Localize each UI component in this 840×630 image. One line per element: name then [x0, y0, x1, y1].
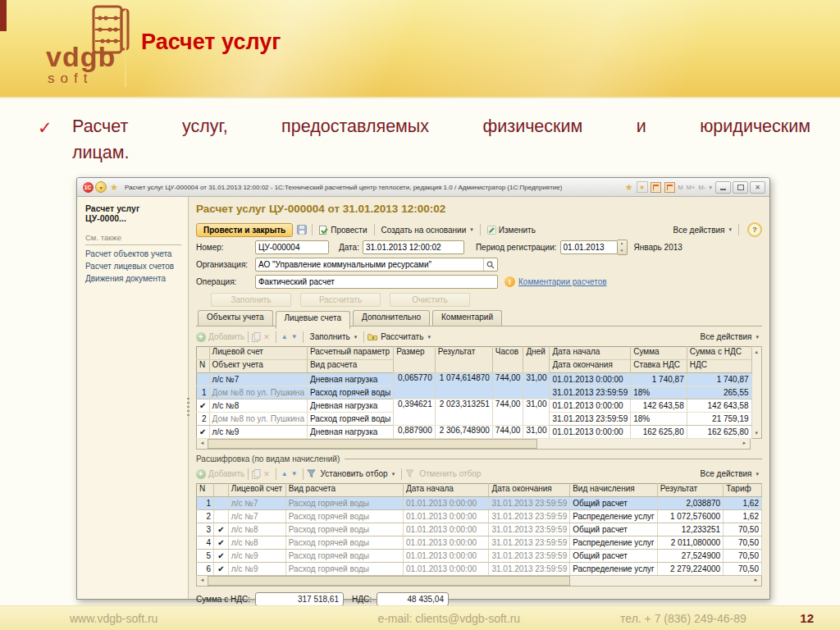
fill-button-disabled[interactable]: Заполнить — [211, 293, 291, 307]
set-filter-button[interactable]: Установить отбор▾ — [317, 468, 399, 480]
move-down-icon[interactable]: ▼ — [291, 333, 298, 340]
sidebar-link-accounts[interactable]: Расчет лицевых счетов — [85, 262, 181, 271]
cell[interactable]: л/с №8 — [228, 523, 285, 536]
cell[interactable]: 27,524900 — [657, 550, 723, 563]
minimize-button[interactable] — [715, 181, 731, 194]
cell[interactable]: л/с №7 — [228, 497, 285, 510]
cell[interactable]: 31.01.2013 23:59:59 — [489, 550, 570, 563]
cell[interactable]: 1 — [197, 497, 214, 510]
create-based-on-button[interactable]: Создать на основании▾ — [378, 224, 477, 236]
move-up-icon[interactable]: ▲ — [281, 333, 288, 340]
cell[interactable]: Расход горячей воды — [285, 563, 403, 576]
clear-button-disabled[interactable]: Очистить — [390, 293, 470, 307]
add-icon[interactable]: + — [196, 332, 206, 342]
cell[interactable]: л/с №9 — [228, 550, 285, 563]
cell[interactable]: 2 023,313251 — [435, 399, 492, 426]
cell[interactable]: 31.01.2013 23:59:59 — [550, 386, 631, 399]
cell[interactable]: 1 — [197, 386, 210, 399]
cell[interactable]: Общий расчет — [570, 523, 658, 536]
cell[interactable]: 31.01.2013 23:59:59 — [550, 413, 631, 426]
cell[interactable]: 2 279,224000 — [657, 563, 723, 576]
cell[interactable]: 01.01.2013 0:00:00 — [403, 497, 489, 510]
cell[interactable]: Общий расчет — [570, 550, 658, 563]
cell[interactable]: 2 306,748900 — [435, 426, 492, 439]
cell[interactable]: 01.01.2013 0:00:00 — [403, 510, 489, 523]
move-down-icon[interactable]: ▼ — [291, 470, 298, 477]
cell[interactable]: л/с №7 — [228, 510, 285, 523]
all-actions-button[interactable]: Все действия▾ — [670, 224, 735, 236]
cell[interactable]: л/с №7 — [209, 373, 307, 386]
cell[interactable]: 21 759,19 — [687, 413, 751, 426]
cell[interactable]: 1 740,87 — [631, 373, 687, 386]
cell[interactable]: 6 — [197, 563, 214, 576]
cell[interactable]: 31.01.2013 23:59:59 — [489, 536, 570, 550]
cell[interactable]: 18% — [631, 413, 687, 426]
post-and-close-button[interactable]: Провести и закрыть — [196, 223, 293, 237]
cell[interactable]: ✔ — [214, 523, 229, 536]
cell[interactable]: 31.01.2013 23:59:59 — [489, 497, 570, 510]
sidebar-link-movements[interactable]: Движения документа — [85, 274, 181, 283]
tab-2[interactable]: Дополнительно — [353, 310, 430, 326]
cell[interactable]: Расход горячей воды — [285, 523, 403, 536]
detail-add-button[interactable]: Добавить — [208, 469, 244, 478]
cell[interactable]: Дневная нагрузка — [307, 399, 393, 413]
cell[interactable]: 70,50 — [724, 563, 762, 576]
memory-mplus-button[interactable]: M+ — [687, 184, 696, 191]
cell[interactable]: 2 — [197, 413, 210, 426]
cell[interactable]: л/с №9 — [228, 563, 285, 576]
cell[interactable]: 4 — [197, 536, 214, 550]
cell[interactable]: 31.01.2013 23:59:59 — [489, 523, 570, 536]
cell[interactable]: 1 074,614870 — [435, 373, 492, 399]
memory-mminus-button[interactable]: M- — [698, 184, 705, 191]
cell[interactable]: Дневная нагрузка — [307, 426, 393, 439]
cell[interactable]: Распределение услуг — [570, 510, 658, 523]
cell[interactable]: 3 — [197, 523, 214, 536]
cell[interactable]: 2 — [197, 510, 214, 523]
post-button[interactable]: Провести — [316, 224, 370, 236]
cell[interactable]: л/с №9 — [209, 426, 307, 439]
add-favorite-icon[interactable]: ★ — [623, 181, 635, 193]
memory-m-button[interactable]: M — [678, 184, 683, 191]
main-menu-icon[interactable]: ▾ — [95, 181, 107, 193]
titlebar-dropdown-icon[interactable]: ▾ — [709, 184, 712, 191]
cell[interactable]: ✔ — [214, 550, 229, 563]
cell[interactable]: 1,62 — [724, 497, 762, 510]
operation-field[interactable] — [255, 275, 498, 289]
history-icon[interactable]: ★ — [637, 181, 648, 193]
period-field[interactable] — [560, 240, 618, 254]
cell[interactable]: 01.01.2013 0:00:00 — [403, 563, 489, 576]
cell[interactable]: 18% — [631, 386, 687, 399]
cell[interactable]: 31,00 — [523, 373, 550, 399]
cell[interactable]: 31,00 — [523, 426, 550, 439]
delete-icon[interactable]: ✕ — [263, 333, 270, 341]
period-spinner[interactable]: ▲▼ — [618, 240, 628, 255]
cell[interactable]: 2 011,080000 — [657, 536, 723, 550]
cell[interactable]: Распределение услуг — [570, 563, 658, 576]
calculate-menu-button[interactable]: Рассчитать▾ — [377, 331, 434, 343]
detail-all-actions-button[interactable]: Все действия▾ — [697, 468, 762, 480]
accounts-horizontal-scrollbar[interactable]: ◄► — [196, 439, 751, 450]
sidebar-splitter[interactable] — [187, 398, 189, 416]
calculator-icon[interactable] — [664, 182, 675, 193]
cell[interactable]: Расход горячей воды — [307, 386, 393, 399]
cell[interactable]: 31.01.2013 23:59:59 — [489, 563, 570, 576]
cell[interactable]: 0,065770 — [394, 373, 435, 399]
cell[interactable] — [214, 510, 229, 523]
add-icon[interactable]: + — [196, 469, 206, 479]
tab-1[interactable]: Лицевые счета — [276, 311, 351, 329]
calculate-button-disabled[interactable]: Рассчитать — [300, 293, 381, 307]
cell[interactable]: Расход горячей воды — [285, 497, 403, 510]
calendar-icon[interactable] — [651, 182, 661, 193]
cell[interactable]: ✔ — [214, 536, 229, 550]
cell[interactable]: 0,394621 — [394, 399, 435, 426]
cell[interactable]: 162 625,80 — [631, 426, 687, 439]
cell[interactable]: 01.01.2013 0:00:00 — [550, 426, 631, 439]
cell[interactable]: Общий расчет — [570, 497, 658, 510]
cell[interactable]: 31,00 — [523, 399, 550, 426]
cell[interactable] — [214, 497, 229, 510]
sidebar-link-objects[interactable]: Расчет объектов учета — [85, 249, 181, 258]
cell[interactable]: 70,50 — [724, 523, 762, 536]
help-icon[interactable]: ? — [747, 222, 762, 237]
cell[interactable]: 12,233251 — [657, 523, 723, 536]
cell[interactable]: ✔ — [197, 426, 210, 439]
